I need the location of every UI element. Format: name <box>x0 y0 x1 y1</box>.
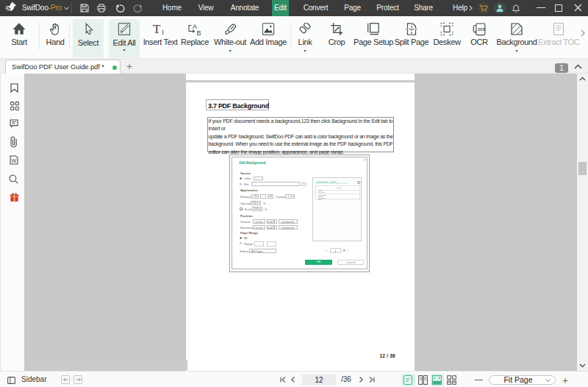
svg-text:T: T <box>153 23 161 35</box>
svg-text:OCR: OCR <box>478 28 486 32</box>
svg-text:W: W <box>12 158 17 163</box>
svg-text:B: B <box>197 29 201 36</box>
svg-text:I: I <box>162 29 164 35</box>
